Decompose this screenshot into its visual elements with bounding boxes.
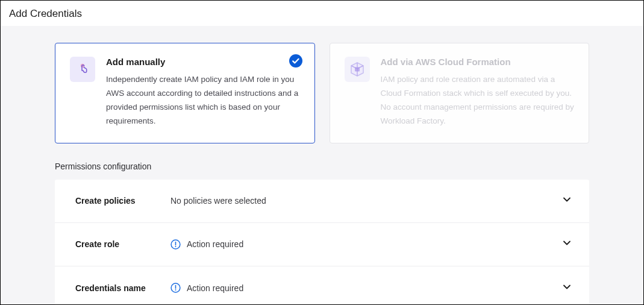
row-create-role-label: Create role: [75, 239, 170, 249]
option-add-cloudformation[interactable]: Add via AWS Cloud Formation IAM policy a…: [330, 43, 590, 143]
option-cf-title: Add via AWS Cloud Formation: [381, 57, 575, 67]
pointer-hand-icon: [75, 62, 90, 77]
row-create-policies[interactable]: Create policies No policies were selecte…: [55, 180, 589, 223]
cloudformation-cube-icon: [349, 61, 365, 77]
chevron-down-icon: [561, 237, 572, 251]
cloudformation-icon-box: [345, 57, 370, 82]
row-create-role-status: Action required: [187, 239, 243, 249]
row-create-role-value: Action required: [170, 239, 243, 250]
svg-rect-2: [355, 68, 360, 72]
svg-point-8: [175, 289, 177, 291]
row-create-policies-value: No policies were selected: [170, 196, 266, 206]
chevron-down-icon: [561, 281, 572, 295]
row-create-policies-status: No policies were selected: [170, 196, 266, 206]
row-credentials-name-value: Action required: [170, 283, 243, 293]
alert-circle-icon: [170, 239, 181, 250]
selected-check-icon: [289, 54, 302, 68]
row-credentials-name-label: Credentials name: [75, 283, 170, 293]
config-rows: Create policies No policies were selecte…: [55, 180, 589, 304]
method-cards: Add manually Independently create IAM po…: [55, 43, 589, 143]
option-manual-title: Add manually: [106, 57, 300, 67]
row-create-role[interactable]: Create role Action required: [55, 223, 589, 266]
row-create-policies-label: Create policies: [75, 196, 170, 206]
page-body: Add manually Independently create IAM po…: [1, 26, 643, 304]
page-header: Add Credentials: [1, 1, 643, 26]
option-cf-content: Add via AWS Cloud Formation IAM policy a…: [381, 57, 575, 128]
alert-circle-icon: [170, 283, 181, 293]
option-manual-description: Independently create IAM policy and IAM …: [106, 73, 300, 128]
manual-icon-box: [70, 57, 95, 82]
row-credentials-name[interactable]: Credentials name Action required: [55, 266, 589, 304]
option-manual-content: Add manually Independently create IAM po…: [106, 57, 300, 128]
option-cf-description: IAM policy and role creation are automat…: [381, 73, 575, 128]
svg-point-5: [175, 246, 177, 247]
page-title: Add Credentials: [9, 8, 635, 20]
option-add-manually[interactable]: Add manually Independently create IAM po…: [55, 43, 315, 143]
chevron-down-icon: [561, 194, 572, 207]
section-label: Permissions configuration: [55, 162, 589, 171]
row-credentials-name-status: Action required: [187, 283, 243, 293]
